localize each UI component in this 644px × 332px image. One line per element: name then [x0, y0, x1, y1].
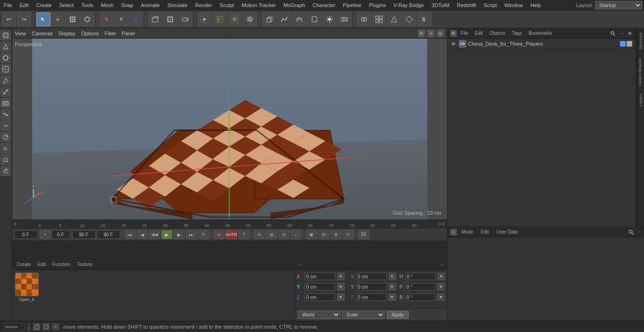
deformer-tool-button[interactable]	[307, 12, 322, 26]
om-more-icon[interactable]: ⋯	[618, 30, 625, 37]
tool9-button[interactable]	[387, 12, 401, 26]
menu-script[interactable]: Script	[480, 1, 501, 9]
om-bookmarks-menu[interactable]: Bookmarks	[526, 30, 555, 36]
prev-frame-button[interactable]: ◀	[137, 230, 148, 239]
scale-tool-button[interactable]	[66, 12, 80, 26]
menu-window[interactable]: Window	[501, 1, 527, 9]
go-end-button[interactable]: ⏭	[186, 230, 197, 239]
light-tool-button[interactable]	[322, 12, 337, 26]
menu-snap[interactable]: Snap	[117, 1, 137, 9]
viewport-menu-filter[interactable]: Filter	[105, 31, 116, 36]
apply-button[interactable]: Apply	[387, 311, 409, 319]
move-tool-button[interactable]: ✛	[51, 12, 65, 26]
redo-button[interactable]: ↩	[17, 12, 31, 26]
left-tool-11[interactable]: ⊙	[0, 143, 11, 154]
z-size-input[interactable]	[356, 293, 387, 301]
perspective-view-button[interactable]	[148, 12, 162, 26]
menu-pipeline[interactable]: Pipeline	[339, 1, 365, 9]
object-expand-arrow[interactable]	[451, 41, 457, 47]
x-axis-button[interactable]: X	[99, 12, 114, 26]
render-button[interactable]	[198, 12, 212, 26]
p-rotation-input[interactable]	[405, 283, 435, 291]
left-tool-8[interactable]	[0, 109, 11, 120]
attr-mode-menu[interactable]: Mode	[459, 228, 476, 235]
om-objects-menu[interactable]: Objects	[487, 30, 508, 36]
end-frame-input-2[interactable]	[97, 230, 120, 239]
go-start-button[interactable]: ⏮	[124, 230, 136, 239]
frame-prev-indicator[interactable]: ▼	[40, 230, 51, 239]
z-pos-arrow[interactable]: ▼	[337, 293, 345, 301]
scale-tool-tc-button[interactable]: ⊞	[266, 230, 277, 239]
b-rotation-input[interactable]	[405, 293, 435, 301]
left-tool-6[interactable]	[0, 87, 11, 97]
h-rotation-input[interactable]	[405, 273, 436, 280]
array-button[interactable]	[372, 12, 386, 26]
material-item-1[interactable]: Open_b	[15, 273, 39, 302]
left-tool-4[interactable]	[0, 64, 11, 74]
rotate-tool-tc-button[interactable]: ↺	[278, 230, 289, 239]
y-axis-button[interactable]: Y	[114, 12, 128, 26]
menu-animate[interactable]: Animate	[137, 1, 164, 9]
p-rot-arrow[interactable]: ▼	[437, 283, 445, 291]
menu-plugins[interactable]: Plugins	[365, 1, 389, 9]
menu-help[interactable]: Help	[527, 1, 545, 9]
material-menu-function[interactable]: Function	[50, 262, 72, 267]
play-backward-button[interactable]: ◀◀	[149, 230, 160, 239]
om-tags-menu[interactable]: Tags	[509, 30, 525, 36]
viewport-menu-panel[interactable]: Panel	[122, 31, 135, 36]
menu-mesh[interactable]: Mesh	[97, 1, 117, 9]
tab-structure[interactable]: Structure	[637, 28, 644, 54]
play-forward-button[interactable]: ▶	[161, 230, 173, 239]
xref-button[interactable]: S	[417, 12, 431, 26]
current-frame-input[interactable]	[51, 230, 70, 239]
y-size-arrow[interactable]: ▼	[388, 283, 396, 291]
motion-path-button[interactable]: 🎞	[358, 230, 370, 239]
b-rot-arrow[interactable]: ▼	[437, 293, 445, 301]
om-edit-menu[interactable]: Edit	[472, 30, 486, 36]
material-menu-edit[interactable]: Edit	[36, 262, 48, 267]
nurbs-tool-button[interactable]	[292, 12, 306, 26]
object-row-chess-desk[interactable]: LO Chess_Desk_for_Three_Players	[447, 39, 636, 49]
menu-motion-tracker[interactable]: Motion Tracker	[238, 1, 280, 9]
z-size-arrow[interactable]: ▼	[388, 293, 396, 301]
left-tool-7[interactable]	[0, 98, 11, 108]
tool10-button[interactable]	[402, 12, 416, 26]
spline-tool-button[interactable]	[277, 12, 291, 26]
mode-btn-2[interactable]: ⊞	[318, 230, 330, 239]
render-settings-button[interactable]	[243, 12, 257, 26]
boole-button[interactable]	[357, 12, 371, 26]
scale-dropdown[interactable]: Scale	[342, 311, 385, 319]
start-frame-input[interactable]	[14, 230, 38, 239]
move-tool-tc-button[interactable]: ✛	[254, 230, 265, 239]
y-size-input[interactable]	[356, 283, 387, 291]
left-tool-13[interactable]	[0, 166, 11, 176]
viewport-menu-cameras[interactable]: Cameras	[32, 31, 53, 36]
render-to-pic-button[interactable]	[228, 12, 242, 26]
attr-edit-menu[interactable]: Edit	[478, 228, 492, 235]
om-expand-icon[interactable]: ⊠	[627, 30, 633, 37]
key-info-button[interactable]: ?	[238, 230, 249, 239]
x-size-input[interactable]	[356, 273, 387, 280]
x-size-arrow[interactable]: ▼	[388, 273, 396, 280]
mode-btn-4[interactable]: ⊡	[343, 230, 354, 239]
material-menu-create[interactable]: Create	[15, 262, 33, 267]
mode-btn-3[interactable]: ⊠	[330, 230, 342, 239]
next-frame-button[interactable]: ▶	[173, 230, 185, 239]
left-tool-2[interactable]	[0, 41, 11, 52]
record-toggle-button[interactable]: ⏺	[214, 230, 225, 239]
attr-more-icon[interactable]: ⋯	[636, 229, 643, 235]
menu-tools[interactable]: Tools	[77, 1, 97, 9]
menu-mograph[interactable]: MoGraph	[280, 1, 309, 9]
render-region-button[interactable]	[213, 12, 227, 26]
x-pos-arrow[interactable]: ▼	[337, 273, 345, 280]
camera-button[interactable]	[178, 12, 192, 26]
menu-vray[interactable]: V-Ray Bridge	[390, 1, 428, 9]
menu-create[interactable]: Create	[33, 1, 56, 9]
menu-sculpt[interactable]: Sculpt	[216, 1, 238, 9]
front-view-button[interactable]	[163, 12, 177, 26]
attr-search-icon[interactable]	[628, 229, 635, 235]
viewport-control-3[interactable]: ⊞	[437, 30, 444, 37]
menu-redshift[interactable]: Redshift	[453, 1, 479, 9]
select-tool-button[interactable]	[36, 12, 50, 26]
menu-simulate[interactable]: Simulate	[164, 1, 191, 9]
